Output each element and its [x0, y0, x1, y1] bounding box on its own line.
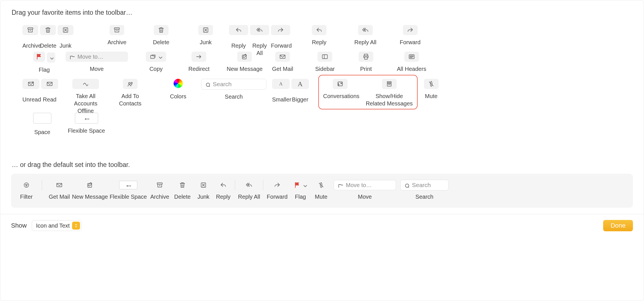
sidebar-icon[interactable]: [317, 52, 332, 62]
junk-icon[interactable]: [58, 25, 73, 35]
archive-icon[interactable]: [148, 180, 171, 190]
reply-all-icon[interactable]: [358, 25, 373, 35]
default-toolbar-set[interactable]: Filter Get Mail New Message Flexible Spa…: [11, 174, 633, 208]
bigger-label: Bigger: [291, 96, 309, 103]
search-label: Search: [201, 93, 266, 100]
reply-icon[interactable]: [312, 25, 327, 35]
read-icon[interactable]: [41, 79, 58, 89]
reply-all-icon[interactable]: [237, 180, 261, 190]
copy-icon[interactable]: [146, 52, 166, 62]
get-mail-label: Get Mail: [47, 194, 71, 200]
contacts-icon[interactable]: [123, 79, 138, 89]
reply-all-icon[interactable]: [250, 25, 269, 35]
flag-icon[interactable]: [289, 180, 312, 190]
junk-icon[interactable]: [198, 25, 213, 35]
headers-icon[interactable]: [404, 52, 419, 62]
offline-icon[interactable]: [72, 79, 99, 89]
mute-label: Mute: [424, 92, 439, 100]
item-reply-all-single[interactable]: Reply All: [354, 25, 376, 46]
flexible-space-icon[interactable]: [75, 113, 98, 124]
item-smaller-bigger[interactable]: A A Smaller Bigger: [272, 79, 309, 103]
archive-icon[interactable]: [110, 25, 124, 35]
item-junk-single[interactable]: Junk: [198, 25, 213, 46]
show-mode-select[interactable]: Icon and Text: [32, 220, 81, 231]
forward-icon[interactable]: [403, 25, 418, 35]
junk-label: Junk: [198, 39, 213, 46]
flexible-space-label: Flexible Space: [68, 127, 105, 134]
highlight-box: [318, 75, 418, 109]
new-message-label: New Message: [227, 65, 263, 73]
item-offline[interactable]: Take All Accounts Offline: [67, 79, 104, 115]
item-forward-single[interactable]: Forward: [400, 25, 420, 46]
junk-icon[interactable]: [193, 180, 213, 190]
item-print[interactable]: Print: [359, 52, 373, 73]
archive-label: Archive: [148, 194, 171, 200]
divider: [263, 180, 263, 190]
item-flag[interactable]: Flag: [33, 52, 55, 73]
reply-icon[interactable]: [229, 25, 248, 35]
envelope-icon[interactable]: [47, 180, 71, 190]
item-copy[interactable]: Copy: [146, 52, 166, 73]
compose-icon[interactable]: [71, 180, 108, 190]
space-label: Space: [33, 128, 51, 136]
move-to-field[interactable]: Move to…: [334, 180, 396, 190]
move-to-field[interactable]: Move to…: [66, 52, 128, 62]
mute-icon[interactable]: [312, 180, 331, 190]
item-archive-delete-junk[interactable]: Archive Delete Junk: [22, 25, 73, 49]
reply-all-label: Reply All: [237, 194, 261, 200]
item-flexible-space[interactable]: Flexible Space: [68, 113, 105, 134]
flexible-space-icon[interactable]: [108, 180, 148, 190]
forward-icon[interactable]: [271, 25, 290, 35]
show-label: Show: [11, 222, 27, 229]
stepper-icon[interactable]: [72, 222, 80, 230]
search-label: Search: [399, 194, 450, 200]
item-all-headers[interactable]: All Headers: [397, 52, 426, 73]
item-add-contacts[interactable]: Add To Contacts: [112, 79, 149, 107]
compose-icon[interactable]: [237, 52, 252, 62]
flag-label: Flag: [33, 66, 55, 73]
item-search[interactable]: Search Search: [201, 79, 266, 100]
move-label: Move: [66, 65, 128, 73]
smaller-icon[interactable]: A: [272, 79, 290, 89]
item-sidebar[interactable]: Sidebar: [315, 52, 335, 73]
sidebar-label: Sidebar: [315, 65, 335, 73]
search-field[interactable]: Search: [400, 180, 449, 190]
forward-icon[interactable]: [265, 180, 289, 190]
item-colors[interactable]: Colors: [170, 79, 186, 100]
filter-icon[interactable]: [16, 180, 37, 190]
bigger-icon[interactable]: A: [291, 79, 309, 89]
flag-icon[interactable]: [33, 52, 45, 62]
move-placeholder: Move to…: [346, 182, 372, 188]
item-mute[interactable]: Mute: [424, 79, 439, 100]
print-label: Print: [359, 65, 373, 73]
delete-icon[interactable]: [40, 25, 56, 35]
color-wheel-icon[interactable]: [174, 79, 183, 88]
archive-label: Archive: [108, 39, 127, 46]
chevron-down-icon[interactable]: [47, 52, 55, 63]
delete-icon[interactable]: [154, 25, 169, 35]
item-delete-single[interactable]: Delete: [153, 25, 169, 46]
space-icon[interactable]: [33, 113, 51, 124]
unread-icon[interactable]: [22, 79, 39, 89]
item-space[interactable]: Space: [33, 113, 51, 136]
item-move[interactable]: Move to… Move: [66, 52, 128, 73]
item-new-message[interactable]: New Message: [227, 52, 263, 73]
envelope-icon[interactable]: [275, 52, 290, 62]
smaller-label: Smaller: [272, 96, 290, 103]
flexible-space-label: Flexible Space: [108, 194, 148, 200]
item-redirect[interactable]: Redirect: [188, 52, 209, 73]
item-archive-single[interactable]: Archive: [108, 25, 127, 46]
redirect-icon[interactable]: [191, 52, 206, 62]
add-contacts-label: Add To Contacts: [112, 92, 149, 107]
item-unread-read[interactable]: Unread Read: [22, 79, 58, 103]
delete-icon[interactable]: [171, 180, 193, 190]
print-icon[interactable]: [359, 52, 373, 62]
done-button[interactable]: Done: [603, 220, 633, 231]
item-get-mail[interactable]: Get Mail: [272, 52, 293, 73]
reply-icon[interactable]: [213, 180, 233, 190]
archive-icon[interactable]: [22, 25, 38, 35]
search-field[interactable]: Search: [201, 79, 266, 90]
item-reply-single[interactable]: Reply: [312, 25, 327, 46]
mute-icon[interactable]: [424, 79, 439, 89]
colors-label: Colors: [170, 93, 186, 100]
